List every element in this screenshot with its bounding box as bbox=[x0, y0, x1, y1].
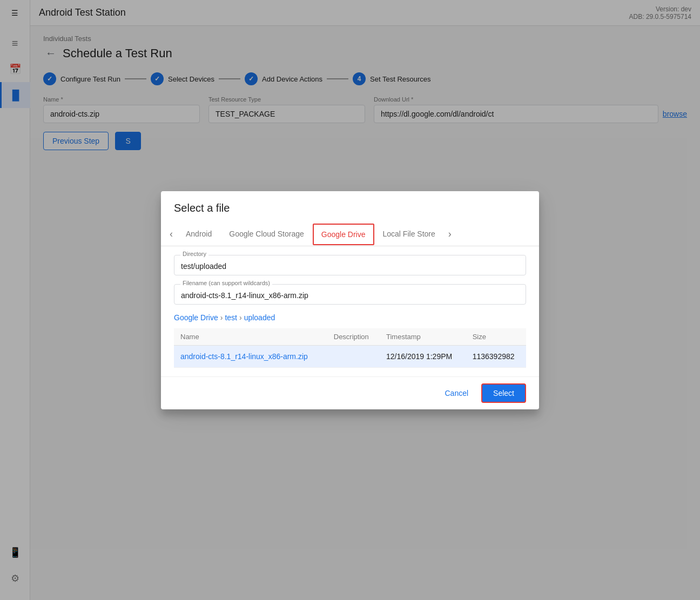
tab-gcs[interactable]: Google Cloud Storage bbox=[220, 223, 313, 246]
filename-input[interactable] bbox=[174, 284, 526, 305]
breadcrumb-sep-1: › bbox=[220, 313, 223, 322]
table-body: android-cts-8.1_r14-linux_x86-arm.zip 12… bbox=[174, 345, 526, 367]
breadcrumb-test[interactable]: test bbox=[225, 313, 237, 322]
file-breadcrumb: Google Drive › test › uploaded bbox=[174, 313, 526, 322]
dialog-title: Select a file bbox=[161, 191, 539, 223]
select-button[interactable]: Select bbox=[481, 383, 526, 403]
tab-prev-button[interactable]: ‹ bbox=[165, 224, 177, 244]
filename-field: Filename (can support wildcards) bbox=[174, 284, 526, 305]
directory-label: Directory bbox=[180, 251, 208, 257]
row-size: 1136392982 bbox=[466, 345, 526, 367]
tab-android[interactable]: Android bbox=[177, 223, 220, 246]
col-timestamp: Timestamp bbox=[380, 328, 466, 346]
row-timestamp: 12/16/2019 1:29PM bbox=[380, 345, 466, 367]
table-row[interactable]: android-cts-8.1_r14-linux_x86-arm.zip 12… bbox=[174, 345, 526, 367]
breadcrumb-sep-2: › bbox=[239, 313, 242, 322]
breadcrumb-root[interactable]: Google Drive bbox=[174, 313, 218, 322]
dialog-overlay: Select a file ‹ Android Google Cloud Sto… bbox=[30, 26, 700, 600]
col-description: Description bbox=[327, 328, 380, 346]
tab-next-button[interactable]: › bbox=[444, 224, 456, 244]
page: Individual Tests ← Schedule a Test Run ✓… bbox=[30, 26, 700, 600]
table-header-row: Name Description Timestamp Size bbox=[174, 328, 526, 346]
row-name: android-cts-8.1_r14-linux_x86-arm.zip bbox=[174, 345, 327, 367]
tab-gdrive[interactable]: Google Drive bbox=[313, 224, 374, 245]
select-file-dialog: Select a file ‹ Android Google Cloud Sto… bbox=[161, 191, 539, 409]
dialog-footer: Cancel Select bbox=[161, 376, 539, 409]
col-size: Size bbox=[466, 328, 526, 346]
directory-input[interactable] bbox=[174, 255, 526, 275]
file-table: Name Description Timestamp Size android-… bbox=[174, 328, 526, 368]
directory-field: Directory bbox=[174, 255, 526, 275]
cancel-button[interactable]: Cancel bbox=[436, 385, 477, 402]
tab-local[interactable]: Local File Store bbox=[374, 223, 444, 246]
filename-label: Filename (can support wildcards) bbox=[180, 280, 272, 286]
dialog-body: Directory Filename (can support wildcard… bbox=[161, 246, 539, 376]
breadcrumb-uploaded[interactable]: uploaded bbox=[244, 313, 275, 322]
dialog-tabs: ‹ Android Google Cloud Storage Google Dr… bbox=[161, 223, 539, 246]
row-description bbox=[327, 345, 380, 367]
main-content: Android Test Station Version: dev ADB: 2… bbox=[30, 0, 700, 600]
col-name: Name bbox=[174, 328, 327, 346]
